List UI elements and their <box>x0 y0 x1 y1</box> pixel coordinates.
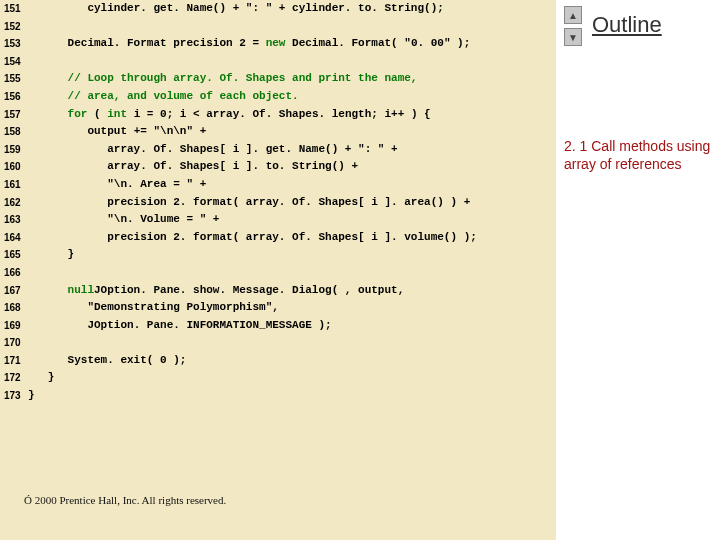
code-line: 155 // Loop through array. Of. Shapes an… <box>0 70 556 88</box>
code-line: 159 array. Of. Shapes[ i ]. get. Name() … <box>0 141 556 159</box>
line-number: 159 <box>0 141 28 159</box>
code-line: 156 // area, and volume of each object. <box>0 88 556 106</box>
line-number: 163 <box>0 211 28 229</box>
code-text: "\n. Area = " + <box>28 176 206 194</box>
code-line: 164 precision 2. format( array. Of. Shap… <box>0 229 556 247</box>
line-number: 155 <box>0 70 28 88</box>
code-text: Decimal. Format precision 2 = new Decima… <box>28 35 470 53</box>
annotation-text: 2. 1 Call methods using array of referen… <box>564 138 714 173</box>
line-number: 165 <box>0 246 28 264</box>
line-number: 166 <box>0 264 28 282</box>
line-number: 161 <box>0 176 28 194</box>
code-text: } <box>28 369 54 387</box>
line-number: 152 <box>0 18 28 36</box>
line-number: 153 <box>0 35 28 53</box>
code-line: 167 nullJOption. Pane. show. Message. Di… <box>0 282 556 300</box>
chevron-down-icon: ▼ <box>568 32 578 43</box>
line-number: 171 <box>0 352 28 370</box>
chevron-up-icon: ▲ <box>568 10 578 21</box>
code-text: nullJOption. Pane. show. Message. Dialog… <box>28 282 404 300</box>
code-text: // area, and volume of each object. <box>28 88 299 106</box>
code-text: output += "\n\n" + <box>28 123 206 141</box>
line-number: 169 <box>0 317 28 335</box>
outline-title: Outline <box>592 12 662 38</box>
code-line: 173} <box>0 387 556 405</box>
code-line: 168 "Demonstrating Polymorphism", <box>0 299 556 317</box>
code-line: 152 <box>0 18 556 36</box>
line-number: 154 <box>0 53 28 71</box>
code-line: 170 <box>0 334 556 352</box>
code-text: for ( int i = 0; i < array. Of. Shapes. … <box>28 106 431 124</box>
code-text: array. Of. Shapes[ i ]. get. Name() + ":… <box>28 141 398 159</box>
code-line: 163 "\n. Volume = " + <box>0 211 556 229</box>
code-text: // Loop through array. Of. Shapes and pr… <box>28 70 417 88</box>
code-line: 166 <box>0 264 556 282</box>
code-line: 161 "\n. Area = " + <box>0 176 556 194</box>
code-text: } <box>28 246 87 264</box>
line-number: 172 <box>0 369 28 387</box>
code-text: JOption. Pane. INFORMATION_MESSAGE ); <box>28 317 332 335</box>
line-number: 168 <box>0 299 28 317</box>
code-line: 162 precision 2. format( array. Of. Shap… <box>0 194 556 212</box>
nav-buttons: ▲ ▼ <box>564 6 584 46</box>
code-line: 169 JOption. Pane. INFORMATION_MESSAGE )… <box>0 317 556 335</box>
nav-up-button[interactable]: ▲ <box>564 6 582 24</box>
line-number: 170 <box>0 334 28 352</box>
line-number: 157 <box>0 106 28 124</box>
code-line: 160 array. Of. Shapes[ i ]. to. String()… <box>0 158 556 176</box>
code-text: "Demonstrating Polymorphism", <box>28 299 279 317</box>
line-number: 164 <box>0 229 28 247</box>
code-text: cylinder. get. Name() + ": " + cylinder.… <box>28 0 444 18</box>
line-number: 158 <box>0 123 28 141</box>
slide: 151 cylinder. get. Name() + ": " + cylin… <box>0 0 720 540</box>
code-text: "\n. Volume = " + <box>28 211 219 229</box>
line-number: 173 <box>0 387 28 405</box>
code-text: array. Of. Shapes[ i ]. to. String() + <box>28 158 358 176</box>
code-line: 165 } <box>0 246 556 264</box>
code-line: 171 System. exit( 0 ); <box>0 352 556 370</box>
code-text: precision 2. format( array. Of. Shapes[ … <box>28 229 477 247</box>
nav-down-button[interactable]: ▼ <box>564 28 582 46</box>
line-number: 167 <box>0 282 28 300</box>
line-number: 160 <box>0 158 28 176</box>
right-pane: ▲ ▼ Outline 2. 1 Call methods using arra… <box>556 0 720 540</box>
code-pane: 151 cylinder. get. Name() + ": " + cylin… <box>0 0 556 540</box>
code-line: 153 Decimal. Format precision 2 = new De… <box>0 35 556 53</box>
outline-row: ▲ ▼ Outline <box>564 6 714 46</box>
code-line: 172 } <box>0 369 556 387</box>
code-text: } <box>28 387 35 405</box>
code-line: 154 <box>0 53 556 71</box>
code-text: System. exit( 0 ); <box>28 352 186 370</box>
code-text: precision 2. format( array. Of. Shapes[ … <box>28 194 470 212</box>
code-line: 158 output += "\n\n" + <box>0 123 556 141</box>
code-line: 151 cylinder. get. Name() + ": " + cylin… <box>0 0 556 18</box>
line-number: 156 <box>0 88 28 106</box>
code-line: 157 for ( int i = 0; i < array. Of. Shap… <box>0 106 556 124</box>
line-number: 162 <box>0 194 28 212</box>
line-number: 151 <box>0 0 28 18</box>
copyright-footer: Ó 2000 Prentice Hall, Inc. All rights re… <box>24 494 226 506</box>
